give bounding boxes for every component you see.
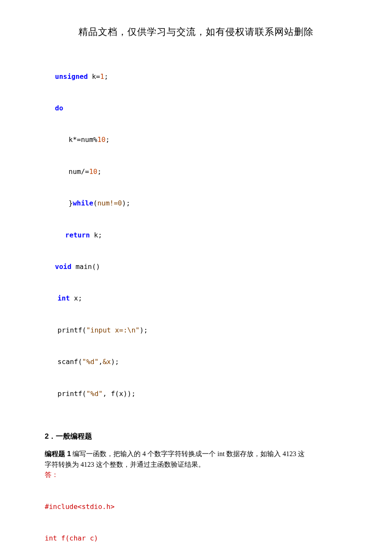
kw-do: do: [55, 104, 63, 112]
code-text: , f(x));: [103, 390, 135, 398]
code-text: ;: [106, 136, 110, 144]
kw-void: void: [55, 263, 72, 271]
q1-title: 编程题 1: [45, 450, 71, 457]
code-text: k=: [88, 72, 100, 81]
code-text: k*=num%: [69, 136, 97, 144]
section-2-title: 2．一般编程题: [45, 431, 347, 441]
string-literal: "%d": [82, 358, 99, 366]
code-text: main(): [72, 263, 100, 271]
code-text: ,: [98, 358, 103, 366]
code-text: );: [122, 199, 130, 207]
kw-int: int: [58, 294, 70, 302]
code-text: printf(: [58, 390, 86, 398]
code-text: ;: [104, 72, 109, 81]
addr-expr: &x: [103, 358, 111, 366]
string-literal: "input x=:\n": [86, 326, 139, 334]
code-line: #include<stdio.h>: [45, 502, 347, 512]
code-text: );: [111, 358, 119, 366]
q1-code: #include<stdio.h> int f(char c) int a; a…: [45, 480, 347, 555]
page-header: 精品文档，仅供学习与交流，如有侵权请联系网站删除: [45, 26, 347, 38]
q1-desc-line1: 编写一函数，把输入的 4 个数字字符转换成一个 int 数据存放，如输入 412…: [71, 450, 305, 457]
code-text: num/=: [69, 168, 89, 176]
code-text: x;: [70, 294, 82, 302]
code-block-top: unsigned k=1; do k*=num%10; num/=10; }wh…: [45, 50, 347, 420]
code-text: );: [140, 326, 148, 334]
code-text: (: [93, 199, 98, 207]
kw-unsigned: unsigned: [55, 72, 88, 81]
q1-desc-line2: 字符转换为 4123 这个整数，并通过主函数验证结果。: [45, 460, 347, 470]
code-text: }: [69, 199, 73, 207]
document-page: 精品文档，仅供学习与交流，如有侵权请联系网站删除 unsigned k=1; d…: [0, 0, 392, 555]
literal-10: 10: [89, 168, 97, 176]
q1-desc: 编程题 1 编写一函数，把输入的 4 个数字字符转换成一个 int 数据存放，如…: [45, 449, 347, 460]
code-text: printf(: [58, 326, 86, 334]
code-text: scanf(: [58, 358, 82, 366]
literal-10: 10: [97, 136, 105, 144]
q1-answer-label: 答：: [45, 470, 347, 480]
literal-1: 1: [100, 72, 104, 81]
kw-while: while: [73, 199, 93, 207]
string-literal: "%d": [86, 390, 103, 398]
kw-return: return: [65, 231, 90, 239]
cond-expr: num!=0: [97, 199, 122, 207]
code-line: int f(char c): [45, 533, 347, 544]
code-text: ;: [97, 168, 101, 176]
code-text: k;: [90, 231, 102, 239]
